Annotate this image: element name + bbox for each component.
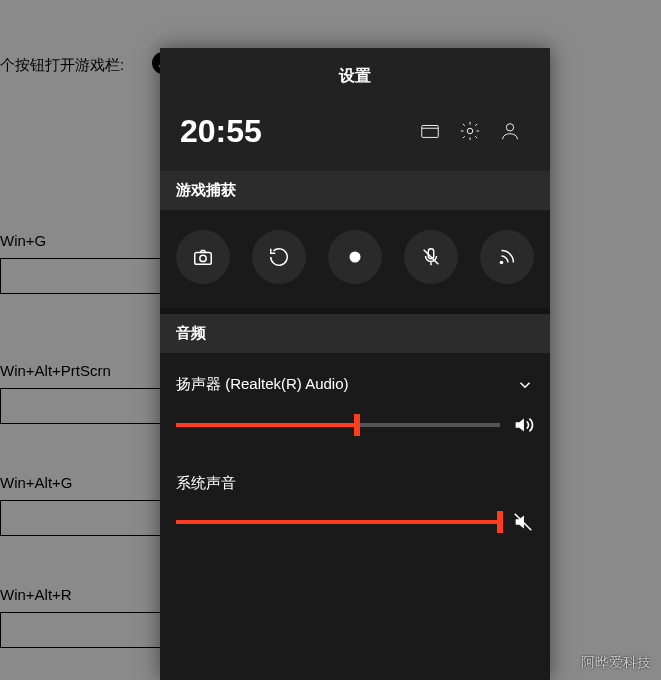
svg-point-5 (200, 255, 206, 261)
bg-shortcut-input[interactable] (0, 258, 178, 294)
device-volume-slider[interactable] (176, 423, 500, 427)
broadcast-button[interactable] (480, 230, 534, 284)
system-audio-label: 系统声音 (176, 466, 534, 497)
screenshot-button[interactable] (176, 230, 230, 284)
captures-folder-button[interactable] (410, 111, 450, 151)
svg-point-3 (506, 124, 513, 131)
bg-shortcut-label: Win+Alt+G (0, 474, 73, 491)
svg-point-2 (467, 128, 473, 134)
bg-shortcut-label: Win+Alt+R (0, 586, 72, 603)
account-button[interactable] (490, 111, 530, 151)
svg-point-6 (350, 252, 361, 263)
clock: 20:55 (180, 113, 410, 150)
svg-rect-4 (195, 252, 212, 264)
bg-shortcut-label: Win+Alt+PrtScrn (0, 362, 111, 379)
svg-rect-1 (422, 126, 439, 138)
mic-toggle-button[interactable] (404, 230, 458, 284)
watermark: 阿晔爱科技 (581, 654, 651, 672)
audio-device-label: 扬声器 (Realtek(R) Audio) (176, 375, 349, 394)
record-button[interactable] (328, 230, 382, 284)
bg-open-gamebar-label: 个按钮打开游戏栏: (0, 56, 124, 75)
svg-point-9 (500, 261, 504, 265)
system-volume-slider[interactable] (176, 520, 500, 524)
bg-shortcut-input[interactable] (0, 388, 178, 424)
record-last-button[interactable] (252, 230, 306, 284)
audio-device-selector[interactable]: 扬声器 (Realtek(R) Audio) (176, 361, 534, 400)
speaker-icon[interactable] (512, 414, 534, 436)
chevron-down-icon (516, 376, 534, 394)
bg-shortcut-label: Win+G (0, 232, 46, 249)
bg-shortcut-input[interactable] (0, 500, 178, 536)
settings-button[interactable] (450, 111, 490, 151)
panel-title: 设置 (160, 48, 550, 101)
capture-header: 游戏捕获 (160, 171, 550, 210)
speaker-muted-icon[interactable] (512, 511, 534, 533)
time-row: 20:55 (160, 101, 550, 171)
bg-shortcut-input[interactable] (0, 612, 178, 648)
capture-controls (160, 210, 550, 308)
gamebar-panel: 设置 20:55 游戏捕获 音频 扬声器 (160, 48, 550, 680)
audio-header: 音频 (160, 314, 550, 353)
